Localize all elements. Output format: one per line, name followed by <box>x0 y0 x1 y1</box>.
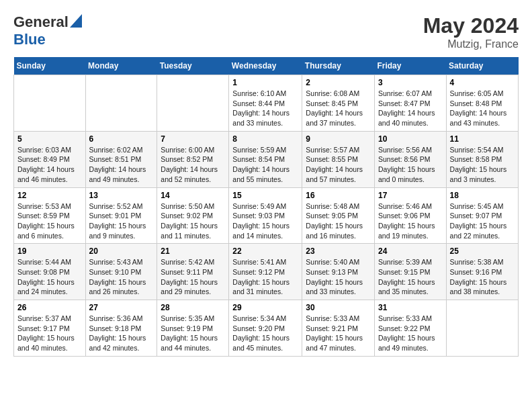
header-wednesday: Wednesday <box>229 57 302 75</box>
day-number: 13 <box>89 191 154 200</box>
calendar-cell: 24Sunrise: 5:39 AMSunset: 9:15 PMDayligh… <box>374 244 446 300</box>
calendar-cell: 10Sunrise: 5:56 AMSunset: 8:56 PMDayligh… <box>374 131 446 187</box>
logo-icon <box>70 14 82 28</box>
daylight-text: Daylight: 15 hours and 47 minutes. <box>306 334 363 352</box>
header-monday: Monday <box>85 57 157 75</box>
logo: General Blue <box>13 13 82 48</box>
day-info: Sunrise: 5:57 AMSunset: 8:55 PMDaylight:… <box>306 145 371 185</box>
title-block: May 2024 Mutzig, France <box>423 13 519 50</box>
daylight-text: Daylight: 14 hours and 46 minutes. <box>17 165 75 183</box>
day-info: Sunrise: 6:10 AMSunset: 8:44 PMDaylight:… <box>232 89 298 128</box>
day-number: 15 <box>232 191 298 200</box>
day-number: 19 <box>17 246 82 256</box>
calendar-cell: 7Sunrise: 6:00 AMSunset: 8:52 PMDaylight… <box>157 131 229 187</box>
sunrise-text: Sunrise: 6:03 AM <box>17 146 71 154</box>
sunset-text: Sunset: 9:16 PM <box>450 268 502 276</box>
day-number: 20 <box>89 246 154 256</box>
calendar-cell: 8Sunrise: 5:59 AMSunset: 8:54 PMDaylight… <box>229 131 302 187</box>
sunset-text: Sunset: 9:22 PM <box>378 324 431 332</box>
sunrise-text: Sunrise: 5:42 AM <box>161 258 214 266</box>
sunset-text: Sunset: 9:20 PM <box>232 324 285 332</box>
day-number: 10 <box>378 134 443 144</box>
calendar-cell: 26Sunrise: 5:37 AMSunset: 9:17 PMDayligh… <box>14 300 86 357</box>
sunset-text: Sunset: 8:59 PM <box>17 212 70 220</box>
sunrise-text: Sunrise: 6:02 AM <box>89 146 143 154</box>
logo-blue-text: Blue <box>13 31 46 48</box>
daylight-text: Daylight: 15 hours and 22 minutes. <box>450 222 507 240</box>
calendar-week-5: 26Sunrise: 5:37 AMSunset: 9:17 PMDayligh… <box>14 300 519 357</box>
sunset-text: Sunset: 9:01 PM <box>89 212 142 220</box>
sunrise-text: Sunrise: 5:40 AM <box>306 258 359 266</box>
sunrise-text: Sunrise: 5:52 AM <box>89 202 143 210</box>
daylight-text: Daylight: 15 hours and 6 minutes. <box>17 222 75 240</box>
daylight-text: Daylight: 15 hours and 0 minutes. <box>378 165 435 183</box>
daylight-text: Daylight: 14 hours and 33 minutes. <box>232 109 290 127</box>
day-number: 26 <box>17 303 82 312</box>
daylight-text: Daylight: 15 hours and 26 minutes. <box>89 278 146 296</box>
calendar-cell: 27Sunrise: 5:36 AMSunset: 9:18 PMDayligh… <box>85 300 157 357</box>
daylight-text: Daylight: 14 hours and 37 minutes. <box>306 109 363 127</box>
daylight-text: Daylight: 15 hours and 49 minutes. <box>378 334 435 352</box>
sunrise-text: Sunrise: 5:38 AM <box>450 258 504 266</box>
sunset-text: Sunset: 9:06 PM <box>378 212 431 220</box>
day-number: 12 <box>17 191 82 200</box>
sunrise-text: Sunrise: 5:33 AM <box>378 314 432 322</box>
daylight-text: Daylight: 15 hours and 9 minutes. <box>89 222 146 240</box>
header-friday: Friday <box>374 57 446 75</box>
sunset-text: Sunset: 9:18 PM <box>89 324 142 332</box>
day-info: Sunrise: 6:02 AMSunset: 8:51 PMDaylight:… <box>89 145 154 185</box>
daylight-text: Daylight: 15 hours and 24 minutes. <box>17 278 75 296</box>
sunrise-text: Sunrise: 5:56 AM <box>378 146 432 154</box>
day-info: Sunrise: 5:39 AMSunset: 9:15 PMDaylight:… <box>378 257 443 297</box>
calendar-week-3: 12Sunrise: 5:53 AMSunset: 8:59 PMDayligh… <box>14 187 519 244</box>
day-info: Sunrise: 5:59 AMSunset: 8:54 PMDaylight:… <box>232 145 298 185</box>
sunset-text: Sunset: 9:10 PM <box>89 268 142 276</box>
day-number: 28 <box>161 303 225 312</box>
calendar-cell: 21Sunrise: 5:42 AMSunset: 9:11 PMDayligh… <box>157 244 229 300</box>
calendar-cell: 11Sunrise: 5:54 AMSunset: 8:58 PMDayligh… <box>446 131 518 187</box>
sunrise-text: Sunrise: 5:53 AM <box>17 202 71 210</box>
day-number: 3 <box>378 78 443 87</box>
daylight-text: Daylight: 15 hours and 11 minutes. <box>161 222 218 240</box>
calendar-cell: 4Sunrise: 6:05 AMSunset: 8:48 PMDaylight… <box>446 75 518 132</box>
day-number: 22 <box>232 246 298 256</box>
sunset-text: Sunset: 9:07 PM <box>450 212 502 220</box>
day-info: Sunrise: 5:52 AMSunset: 9:01 PMDaylight:… <box>89 201 154 241</box>
day-number: 16 <box>306 191 371 200</box>
sunrise-text: Sunrise: 5:50 AM <box>161 202 214 210</box>
sunset-text: Sunset: 9:19 PM <box>161 324 213 332</box>
logo-general-text: General <box>13 13 69 31</box>
sunset-text: Sunset: 9:12 PM <box>232 268 285 276</box>
sunset-text: Sunset: 8:48 PM <box>450 99 502 107</box>
sunrise-text: Sunrise: 6:08 AM <box>306 89 359 97</box>
sunrise-text: Sunrise: 5:43 AM <box>89 258 143 266</box>
daylight-text: Daylight: 15 hours and 3 minutes. <box>450 165 507 183</box>
day-number: 23 <box>306 246 371 256</box>
sunset-text: Sunset: 8:44 PM <box>232 99 285 107</box>
calendar-cell: 1Sunrise: 6:10 AMSunset: 8:44 PMDaylight… <box>229 75 302 132</box>
day-info: Sunrise: 5:45 AMSunset: 9:07 PMDaylight:… <box>450 201 515 241</box>
sunrise-text: Sunrise: 5:37 AM <box>17 314 71 322</box>
calendar-cell <box>157 75 229 132</box>
day-number: 4 <box>450 78 515 87</box>
sunset-text: Sunset: 9:02 PM <box>161 212 213 220</box>
sunrise-text: Sunrise: 5:49 AM <box>232 202 286 210</box>
sunset-text: Sunset: 9:15 PM <box>378 268 431 276</box>
day-info: Sunrise: 5:46 AMSunset: 9:06 PMDaylight:… <box>378 201 443 241</box>
sunset-text: Sunset: 8:54 PM <box>232 155 285 163</box>
daylight-text: Daylight: 14 hours and 57 minutes. <box>306 165 363 183</box>
calendar-location: Mutzig, France <box>423 38 519 50</box>
daylight-text: Daylight: 14 hours and 49 minutes. <box>89 165 146 183</box>
calendar-cell: 20Sunrise: 5:43 AMSunset: 9:10 PMDayligh… <box>85 244 157 300</box>
day-number: 9 <box>306 134 371 144</box>
svg-marker-0 <box>70 14 82 28</box>
daylight-text: Daylight: 14 hours and 43 minutes. <box>450 109 507 127</box>
sunrise-text: Sunrise: 5:46 AM <box>378 202 432 210</box>
daylight-text: Daylight: 15 hours and 38 minutes. <box>450 278 507 296</box>
calendar-table: Sunday Monday Tuesday Wednesday Thursday… <box>13 57 519 357</box>
sunrise-text: Sunrise: 6:10 AM <box>232 89 286 97</box>
calendar-cell: 5Sunrise: 6:03 AMSunset: 8:49 PMDaylight… <box>14 131 86 187</box>
day-info: Sunrise: 5:36 AMSunset: 9:18 PMDaylight:… <box>89 314 154 353</box>
calendar-cell: 16Sunrise: 5:48 AMSunset: 9:05 PMDayligh… <box>302 187 375 244</box>
sunrise-text: Sunrise: 5:44 AM <box>17 258 71 266</box>
